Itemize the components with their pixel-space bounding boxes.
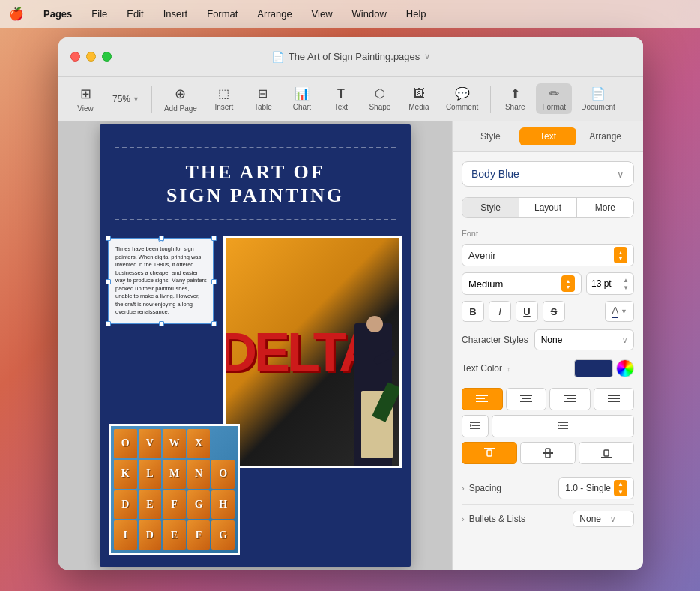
text-color-format-btn[interactable]: A ▼ — [605, 301, 634, 322]
add-page-btn[interactable]: ⊕ Add Page — [158, 82, 203, 116]
handle-br[interactable] — [211, 321, 217, 326]
character-styles-row: Character Styles None ∨ — [462, 329, 634, 350]
bold-button[interactable]: B — [462, 301, 484, 322]
alpha-char-9: O — [211, 460, 235, 489]
menu-help[interactable]: Help — [403, 7, 429, 21]
main-photo[interactable]: DELTA — [223, 236, 402, 468]
valign-middle-button[interactable] — [520, 442, 576, 464]
text-toolbar-icon: T — [337, 87, 345, 100]
text-label: Text — [334, 103, 348, 111]
strikethrough-button[interactable]: S — [543, 301, 565, 322]
tab-style[interactable]: Style — [462, 128, 519, 146]
text-box-top-handle[interactable] — [158, 236, 164, 242]
menu-arrange[interactable]: Arrange — [254, 7, 295, 21]
align-left-button[interactable] — [462, 388, 503, 410]
spacing-stepper-down[interactable]: ▼ — [614, 488, 627, 496]
align-justify-button[interactable] — [594, 388, 635, 410]
menu-pages[interactable]: Pages — [40, 7, 75, 21]
media-btn[interactable]: 🖼 Media — [401, 84, 437, 114]
share-btn[interactable]: ⬆ Share — [497, 83, 533, 114]
document-btn[interactable]: 📄 Document — [575, 83, 621, 114]
handle-bl[interactable] — [106, 321, 111, 326]
font-section-label: Font — [462, 229, 634, 238]
zoom-chevron-icon: ▼ — [133, 95, 139, 103]
align-center-button[interactable] — [506, 388, 547, 410]
app-window: 📄 The Art of Sign Painting.pages ∨ ⊞ Vie… — [58, 38, 643, 570]
valign-top-icon — [484, 448, 495, 458]
alignment-section — [462, 388, 634, 464]
svg-rect-1 — [476, 398, 485, 399]
title-chevron-icon[interactable]: ∨ — [424, 52, 430, 62]
align-right-button[interactable] — [549, 388, 591, 410]
char-styles-chevron-icon: ∨ — [622, 336, 627, 344]
svg-rect-6 — [564, 394, 576, 396]
font-size-stepper-icon: ▲ ▼ — [623, 277, 629, 291]
spacing-stepper-up[interactable]: ▲ — [614, 480, 627, 488]
bullets-select[interactable]: None ∨ — [573, 511, 634, 527]
color-swatch-container — [574, 359, 634, 377]
italic-button[interactable]: I — [489, 301, 511, 322]
increase-indent-button[interactable] — [492, 415, 634, 437]
sub-tab-style[interactable]: Style — [462, 198, 519, 218]
handle-ml[interactable] — [106, 279, 111, 284]
decrease-indent-button[interactable] — [462, 415, 489, 437]
alpha-char-13: G — [187, 490, 211, 520]
sub-tab-layout[interactable]: Layout — [519, 198, 576, 218]
text-btn[interactable]: T Text — [323, 84, 359, 114]
page-title-line2: Sign Painting — [115, 184, 396, 207]
fullscreen-button[interactable] — [102, 52, 112, 62]
view-label: View — [77, 104, 94, 112]
handle-mr[interactable] — [211, 279, 217, 284]
shape-btn[interactable]: ⬡ Shape — [362, 83, 398, 114]
handle-bm[interactable] — [159, 321, 164, 326]
close-button[interactable] — [70, 52, 80, 62]
handle-tl[interactable] — [106, 236, 111, 241]
alpha-char-5: K — [114, 460, 137, 489]
text-color-label: Text Color ↕ — [462, 363, 510, 374]
chart-btn[interactable]: 📊 Chart — [284, 83, 320, 114]
menu-edit[interactable]: Edit — [124, 7, 146, 21]
tab-text[interactable]: Text — [519, 128, 577, 146]
alpha-char-15: I — [114, 520, 137, 550]
view-toolbar-btn[interactable]: ⊞ View — [67, 82, 103, 116]
alpha-char-17: E — [163, 520, 186, 550]
font-style-selector[interactable]: Medium ▲ ▼ — [462, 272, 582, 295]
dotted-line-bottom — [115, 219, 396, 220]
insert-btn[interactable]: ⬚ Insert — [206, 83, 242, 114]
menu-file[interactable]: File — [88, 7, 110, 21]
table-btn[interactable]: ⊟ Table — [245, 83, 281, 114]
style-dropdown[interactable]: Body Blue ∨ — [462, 161, 634, 187]
font-size-input[interactable]: 13 pt ▲ ▼ — [586, 272, 634, 295]
zoom-value: 75% — [112, 94, 130, 104]
minimize-button[interactable] — [86, 52, 96, 62]
color-wheel-button[interactable] — [616, 359, 634, 377]
spacing-stepper[interactable]: ▲ ▼ — [614, 480, 627, 496]
comment-btn[interactable]: 💬 Comment — [440, 83, 484, 114]
shape-label: Shape — [369, 103, 390, 111]
format-icon: ✏ — [549, 86, 559, 100]
sub-tab-more[interactable]: More — [577, 198, 633, 218]
spacing-row[interactable]: › Spacing 1.0 - Single ▲ ▼ — [462, 472, 634, 504]
underline-button[interactable]: U — [516, 301, 538, 322]
apple-icon[interactable]: 🍎 — [9, 7, 24, 21]
table-icon: ⊟ — [258, 86, 268, 100]
valign-bottom-button[interactable] — [579, 442, 634, 464]
spacing-value-control[interactable]: 1.0 - Single ▲ ▼ — [558, 477, 634, 500]
zoom-control[interactable]: 75% ▼ — [106, 91, 145, 107]
text-box[interactable]: Times have been tough for sign painters.… — [109, 238, 214, 323]
format-btn[interactable]: ✏ Format — [536, 83, 572, 114]
secondary-photo[interactable]: O V W X K L M N O D E F G H — [109, 424, 240, 555]
text-color-swatch[interactable] — [574, 359, 613, 377]
font-stepper-up-icon: ▲ — [618, 250, 624, 255]
menu-window[interactable]: Window — [349, 7, 390, 21]
char-styles-select[interactable]: None ∨ — [534, 329, 634, 350]
font-name-selector[interactable]: Avenir ▲ ▼ — [462, 244, 634, 266]
menu-insert[interactable]: Insert — [160, 7, 191, 21]
text-color-label-text: Text Color — [462, 363, 502, 374]
menu-view[interactable]: View — [309, 7, 336, 21]
valign-top-button[interactable] — [462, 442, 517, 464]
tab-arrange[interactable]: Arrange — [576, 128, 634, 146]
document-area[interactable]: The Art of Sign Painting — [58, 122, 452, 570]
menu-format[interactable]: Format — [204, 7, 241, 21]
handle-tr[interactable] — [211, 236, 217, 241]
